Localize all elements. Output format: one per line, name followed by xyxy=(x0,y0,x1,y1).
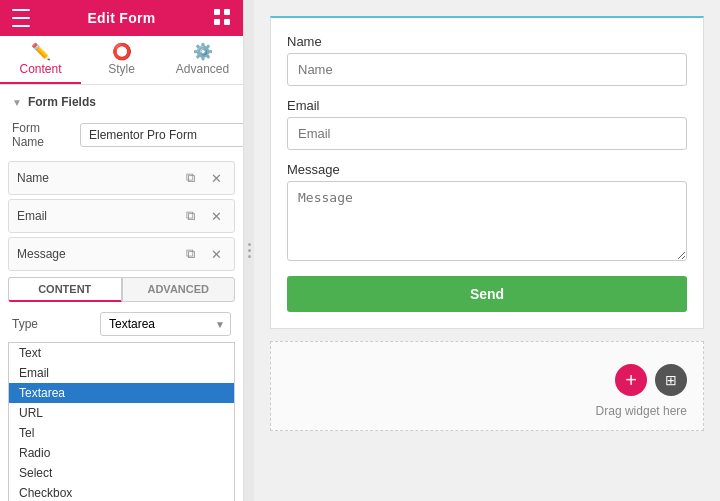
dropdown-item-email[interactable]: Email xyxy=(9,363,234,383)
delete-email-icon[interactable]: ✕ xyxy=(206,206,226,226)
tab-content-label: Content xyxy=(19,62,61,76)
right-panel: Name Email Message Send + ⊞ Drag widget … xyxy=(254,0,720,501)
field-row-name: Name ⧉ ✕ xyxy=(8,161,235,195)
delete-name-icon[interactable]: ✕ xyxy=(206,168,226,188)
dropdown-item-textarea[interactable]: Textarea xyxy=(9,383,234,403)
field-row-message: Message ⧉ ✕ xyxy=(8,237,235,271)
send-button[interactable]: Send xyxy=(287,276,687,312)
panel-title: Edit Form xyxy=(87,10,155,26)
hamburger-icon[interactable] xyxy=(12,9,30,27)
panel-body: ▼ Form Fields Form Name Name ⧉ ✕ Email ⧉… xyxy=(0,85,243,501)
preview-message-textarea[interactable] xyxy=(287,181,687,261)
tab-advanced[interactable]: ⚙️ Advanced xyxy=(162,36,243,84)
field-message-label: Message xyxy=(17,247,174,261)
left-panel: Edit Form ✏️ Content ⭕ Style ⚙️ Advanced… xyxy=(0,0,244,501)
sub-tabs: CONTENT ADVANCED xyxy=(8,277,235,302)
svg-rect-2 xyxy=(214,19,220,25)
tab-style-label: Style xyxy=(108,62,135,76)
dropdown-item-tel[interactable]: Tel xyxy=(9,423,234,443)
preview-name-group: Name xyxy=(287,34,687,86)
resize-handle[interactable] xyxy=(244,0,254,501)
tab-content[interactable]: ✏️ Content xyxy=(0,36,81,84)
duplicate-name-icon[interactable]: ⧉ xyxy=(180,168,200,188)
drop-zone-add-button[interactable]: + xyxy=(615,364,647,396)
form-name-row: Form Name xyxy=(0,117,243,157)
svg-rect-1 xyxy=(224,9,230,15)
panel-header: Edit Form xyxy=(0,0,243,36)
dropdown-item-select[interactable]: Select xyxy=(9,463,234,483)
form-fields-section[interactable]: ▼ Form Fields xyxy=(0,85,243,117)
tab-style[interactable]: ⭕ Style xyxy=(81,36,162,84)
svg-rect-0 xyxy=(214,9,220,15)
sub-tab-content[interactable]: CONTENT xyxy=(8,277,122,302)
form-name-label: Form Name xyxy=(12,121,72,149)
sub-tab-advanced[interactable]: ADVANCED xyxy=(122,277,236,302)
type-label: Type xyxy=(12,312,92,331)
type-select[interactable]: Textarea xyxy=(100,312,231,336)
delete-message-icon[interactable]: ✕ xyxy=(206,244,226,264)
field-email-label: Email xyxy=(17,209,174,223)
dropdown-item-url[interactable]: URL xyxy=(9,403,234,423)
dropdown-item-checkbox[interactable]: Checkbox xyxy=(9,483,234,501)
advanced-icon: ⚙️ xyxy=(193,44,213,60)
tab-advanced-label: Advanced xyxy=(176,62,229,76)
style-icon: ⭕ xyxy=(112,44,132,60)
field-row-email: Email ⧉ ✕ xyxy=(8,199,235,233)
form-name-input[interactable] xyxy=(80,123,243,147)
form-preview: Name Email Message Send xyxy=(270,16,704,329)
section-arrow: ▼ xyxy=(12,97,22,108)
dropdown-list: Text Email Textarea URL Tel Radio Select… xyxy=(8,342,235,501)
field-name-label: Name xyxy=(17,171,174,185)
duplicate-email-icon[interactable]: ⧉ xyxy=(180,206,200,226)
drop-zone-widget-button[interactable]: ⊞ xyxy=(655,364,687,396)
type-row: Type Textarea ▼ xyxy=(0,308,243,340)
dropdown-item-radio[interactable]: Radio xyxy=(9,443,234,463)
duplicate-message-icon[interactable]: ⧉ xyxy=(180,244,200,264)
dropdown-item-text[interactable]: Text xyxy=(9,343,234,363)
section-title: Form Fields xyxy=(28,95,96,109)
svg-rect-3 xyxy=(224,19,230,25)
preview-email-label: Email xyxy=(287,98,687,113)
preview-message-group: Message xyxy=(287,162,687,264)
drop-zone-actions: + ⊞ xyxy=(615,364,687,396)
preview-email-input[interactable] xyxy=(287,117,687,150)
preview-name-input[interactable] xyxy=(287,53,687,86)
grid-icon[interactable] xyxy=(213,8,231,29)
drop-zone: + ⊞ Drag widget here xyxy=(270,341,704,431)
preview-name-label: Name xyxy=(287,34,687,49)
type-select-wrapper: Textarea ▼ xyxy=(100,312,231,336)
preview-message-label: Message xyxy=(287,162,687,177)
drop-zone-label: Drag widget here xyxy=(596,404,687,418)
panel-tabs: ✏️ Content ⭕ Style ⚙️ Advanced xyxy=(0,36,243,85)
content-icon: ✏️ xyxy=(31,44,51,60)
preview-email-group: Email xyxy=(287,98,687,150)
